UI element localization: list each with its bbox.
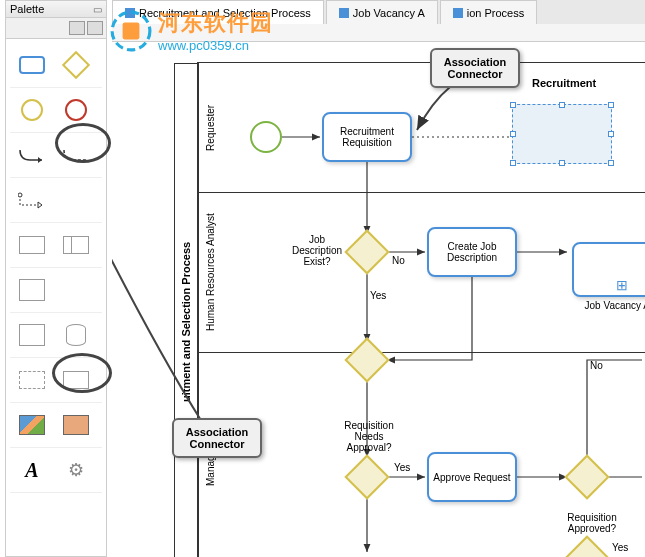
palette-data-input-shape[interactable]: [14, 321, 50, 349]
palette-toolbar: [6, 18, 106, 39]
subprocess-job-vacancy[interactable]: [572, 242, 645, 297]
data-object-selected[interactable]: [512, 104, 612, 164]
callout-association-2: Association Connector: [172, 418, 262, 458]
subprocess-job-vacancy-label: Job Vacancy Adver: [572, 300, 645, 311]
palette-grid: A ⚙: [6, 39, 106, 497]
gateway-job-desc-label: Job Description Exist?: [287, 234, 347, 267]
task-create-job-desc[interactable]: Create Job Description: [427, 227, 517, 277]
palette-lane-shape[interactable]: [58, 231, 94, 259]
gear-icon: ⚙: [68, 459, 84, 481]
palette-data-store-shape[interactable]: [58, 321, 94, 349]
tab-icon: [339, 8, 349, 18]
task-approve-request[interactable]: Approve Request: [427, 452, 517, 502]
palette-pool-shape[interactable]: [14, 231, 50, 259]
palette-view-icon[interactable]: [69, 21, 85, 35]
palette-task-shape[interactable]: [14, 51, 50, 79]
callout-association-1: Association Connector: [430, 48, 520, 88]
palette-empty-slot: [58, 186, 94, 214]
palette-message-flow-shape[interactable]: [14, 186, 50, 214]
palette-data-object-shape[interactable]: [14, 276, 50, 304]
edge-yes-2: Yes: [394, 462, 410, 473]
palette-image2-shape[interactable]: [58, 411, 94, 439]
tab-ion-process[interactable]: ion Process: [440, 0, 537, 24]
tab-recruitment-process[interactable]: Recruitment and Selection Process: [112, 0, 324, 24]
palette-gateway-shape[interactable]: [58, 51, 94, 79]
gateway-needs-approval-label: Requisition Needs Approval?: [334, 420, 404, 453]
gateway-approved-label: Requisition Approved?: [557, 512, 627, 534]
palette-settings-icon[interactable]: [87, 21, 103, 35]
palette-association-shape[interactable]: [58, 141, 94, 169]
start-event[interactable]: [250, 121, 282, 153]
palette-end-event-shape[interactable]: [58, 96, 94, 124]
palette-group-shape[interactable]: [14, 366, 50, 394]
palette-empty-slot-2: [58, 276, 94, 304]
palette-header: Palette ▭: [6, 1, 106, 18]
palette-title: Palette: [10, 3, 44, 15]
tab-icon: [125, 8, 135, 18]
tab-icon: [453, 8, 463, 18]
pool-label[interactable]: uitment and Selection Process: [174, 63, 198, 557]
palette-panel: Palette ▭: [5, 0, 107, 557]
edge-no-2: No: [590, 360, 603, 371]
edge-yes-3: Yes: [612, 542, 628, 553]
palette-annotation-shape[interactable]: [58, 366, 94, 394]
palette-settings-shape[interactable]: ⚙: [58, 456, 94, 484]
edge-yes-1: Yes: [370, 290, 386, 301]
palette-start-event-shape[interactable]: [14, 96, 50, 124]
tab-job-vacancy[interactable]: Job Vacancy A: [326, 0, 438, 24]
edge-no-1: No: [392, 255, 405, 266]
palette-collapse-icon[interactable]: ▭: [93, 4, 102, 15]
tab-bar: Recruitment and Selection Process Job Va…: [112, 0, 645, 24]
svg-point-0: [18, 193, 22, 197]
ruler-horizontal: [112, 24, 645, 42]
canvas-area: Recruitment and Selection Process Job Va…: [112, 0, 645, 557]
palette-sequence-flow-shape[interactable]: [14, 141, 50, 169]
lane-analyst-label: Human Resources Analyst: [198, 193, 222, 352]
diagram-canvas[interactable]: Recruitment uitment and Selection Proces…: [112, 42, 645, 557]
palette-image-shape[interactable]: [14, 411, 50, 439]
palette-text-shape[interactable]: A: [14, 456, 50, 484]
lane-requester-label: Requester: [198, 63, 222, 192]
task-recruitment-requisition[interactable]: Recruitment Requisition: [322, 112, 412, 162]
